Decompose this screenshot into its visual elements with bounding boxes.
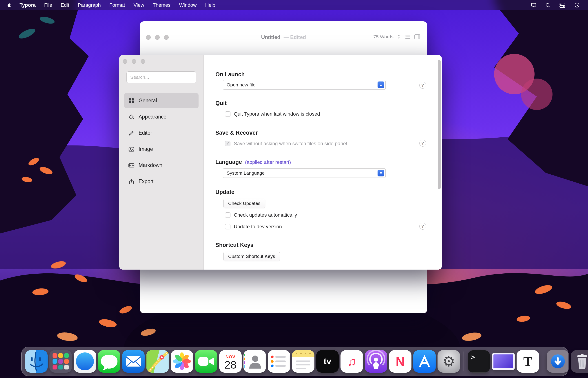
sidebar-item-general[interactable]: General [124,93,198,108]
outline-list-icon[interactable] [404,34,411,40]
dock-terminal-icon[interactable]: >_ [468,350,490,373]
sidebar-item-label: Export [139,178,154,185]
dock-trash-icon[interactable] [571,350,588,373]
on-launch-select[interactable]: Open new file [223,80,386,90]
display-mirroring-icon[interactable] [531,2,537,8]
dock-notes-icon[interactable] [292,350,314,373]
prefs-traffic-lights [123,59,145,64]
dock-reminders-icon[interactable] [268,350,290,373]
sidebar-item-markdown[interactable]: Markdown [124,158,198,173]
dev-version-help-button[interactable]: ? [419,223,426,230]
clock-icon[interactable] [574,2,580,8]
menu-edit[interactable]: Edit [56,0,73,10]
quit-checkbox-label: Quit Typora when last window is closed [234,111,320,117]
section-quit-title: Quit [215,100,227,106]
menu-help[interactable]: Help [201,0,220,10]
language-title-text: Language [215,159,242,165]
sidebar-item-label: Markdown [139,162,162,168]
select-stepper-icon [378,81,384,88]
dock-messages-icon[interactable] [98,350,120,373]
dock-tv-icon[interactable]: tv [316,350,339,373]
question-mark-icon: ? [421,224,424,229]
check-updates-button[interactable]: Check Updates [224,199,265,208]
zoom-button[interactable] [140,59,145,64]
typora-t-icon: T [523,354,532,369]
select-value: System Language [227,170,378,176]
word-count[interactable]: 75 Words [374,34,394,40]
search-icon[interactable] [545,2,551,8]
word-count-stepper-icon[interactable] [397,34,401,40]
dock-contacts-icon[interactable] [243,350,266,373]
quit-checkbox[interactable] [225,111,230,117]
control-center-icon[interactable] [559,2,566,8]
calendar-day: 28 [224,359,236,371]
dock-safari-icon[interactable] [74,350,96,373]
menu-view[interactable]: View [129,0,148,10]
preferences-window: General Appearance Editor Image Markdown… [119,55,442,270]
custom-shortcut-keys-button[interactable]: Custom Shortcut Keys [224,252,280,261]
sidebar-item-appearance[interactable]: Appearance [124,109,198,124]
save-recover-checkbox-label: Save without asking when switch files on… [234,141,347,147]
menu-format[interactable]: Format [105,0,129,10]
auto-update-checkbox-row[interactable]: Check updates automatically [225,212,297,218]
dock-photos-icon[interactable] [171,350,193,373]
paint-bucket-icon [128,114,135,120]
dev-version-checkbox-row[interactable]: Update to dev version [225,224,282,230]
dock-launchpad-icon[interactable] [49,350,72,373]
gear-icon: ⚙ [442,353,455,370]
dock: NOV 28 tv ♫ N ⚙ >_ T [21,347,568,376]
dock-divider [463,351,464,371]
dock-news-icon[interactable]: N [389,350,411,373]
dock-mail-icon[interactable] [122,350,145,373]
preferences-search-input[interactable] [126,71,196,83]
image-icon [128,146,135,152]
menu-window[interactable]: Window [175,0,201,10]
menu-app-name[interactable]: Typora [15,0,40,10]
preferences-sidebar: General Appearance Editor Image Markdown… [119,55,204,270]
auto-update-checkbox[interactable] [225,212,230,218]
sidebar-item-export[interactable]: Export [124,174,198,189]
grid-icon [128,98,135,104]
menu-paragraph[interactable]: Paragraph [73,0,105,10]
markdown-icon [128,162,135,169]
dock-divider [543,351,543,371]
quit-checkbox-row[interactable]: Quit Typora when last window is closed [225,111,320,117]
on-launch-help-button[interactable]: ? [419,82,426,89]
pencil-icon [128,130,135,136]
minimize-button[interactable] [132,59,136,64]
dock-screenshot-preview[interactable] [492,353,515,370]
terminal-prompt-icon: >_ [471,353,479,361]
news-n-icon: N [396,354,405,369]
dock-calendar-icon[interactable]: NOV 28 [219,350,242,373]
select-value: Open new file [227,82,378,88]
export-icon [128,178,135,185]
language-select[interactable]: System Language [223,168,386,178]
dock-maps-icon[interactable] [146,350,169,373]
dock-podcasts-icon[interactable] [365,350,387,373]
scrollbar-thumb[interactable] [438,60,441,189]
save-recover-checkbox: ✓ [225,141,230,146]
save-recover-help-button[interactable]: ? [419,140,426,147]
apple-menu[interactable] [3,3,15,8]
music-note-icon: ♫ [347,354,356,368]
tv-label: tv [324,357,331,366]
close-button[interactable] [123,59,127,64]
menu-themes[interactable]: Themes [148,0,175,10]
sidebar-item-image[interactable]: Image [124,142,198,157]
dock-music-icon[interactable]: ♫ [340,350,363,373]
check-icon: ✓ [226,141,229,146]
dock-settings-icon[interactable]: ⚙ [437,350,460,373]
dev-version-checkbox[interactable] [225,224,230,230]
sidebar-item-editor[interactable]: Editor [124,125,198,140]
save-recover-checkbox-row: ✓ Save without asking when switch files … [225,141,347,147]
dock-typora-icon[interactable]: T [517,350,539,373]
dock-finder-icon[interactable] [25,350,48,373]
dock-facetime-icon[interactable] [195,350,217,373]
sidebar-toggle-icon[interactable] [414,34,420,40]
auto-update-checkbox-label: Check updates automatically [234,212,297,218]
dev-version-checkbox-label: Update to dev version [234,224,282,230]
dock-downloads-icon[interactable] [547,350,569,373]
menu-bar: Typora File Edit Paragraph Format View T… [0,0,588,10]
dock-appstore-icon[interactable] [413,350,436,373]
menu-file[interactable]: File [40,0,56,10]
